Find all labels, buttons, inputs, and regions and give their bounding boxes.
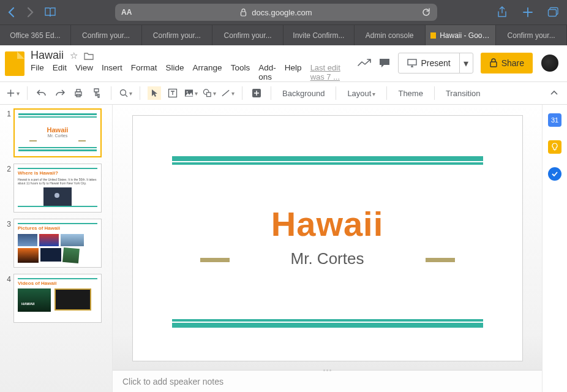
zoom-button[interactable]: ▾ xyxy=(119,86,132,100)
browser-tab[interactable]: Confirm your... xyxy=(212,25,284,45)
paint-format-button[interactable] xyxy=(90,86,103,100)
print-button[interactable] xyxy=(72,86,85,100)
account-avatar[interactable] xyxy=(540,53,560,73)
filmstrip[interactable]: 1 Hawaii Mr. Cortes 2 Where is xyxy=(0,105,113,392)
menu-addons[interactable]: Add-ons xyxy=(258,63,276,81)
address-bar[interactable]: AA docs.google.com xyxy=(115,4,437,21)
side-panel: 31 xyxy=(543,105,567,392)
browser-tab[interactable]: Confirm your... xyxy=(142,25,213,45)
address-host: docs.google.com xyxy=(252,8,312,17)
menu-edit[interactable]: Edit xyxy=(53,63,67,81)
select-tool-button[interactable] xyxy=(148,86,161,100)
line-tool-button[interactable]: ▾ xyxy=(221,86,235,100)
comments-icon[interactable] xyxy=(378,58,391,69)
calendar-icon[interactable]: 31 xyxy=(548,113,561,127)
share-button[interactable]: Share xyxy=(481,53,533,74)
layout-button[interactable]: Layout▾ xyxy=(344,89,379,98)
menu-format[interactable]: Format xyxy=(131,63,157,81)
menu-view[interactable]: View xyxy=(75,63,93,81)
speaker-notes[interactable]: Click to add speaker notes xyxy=(113,370,542,392)
notes-resize-handle[interactable] xyxy=(315,368,340,372)
browser-tab[interactable]: Confirm your... xyxy=(496,25,567,45)
menu-tools[interactable]: Tools xyxy=(231,63,250,81)
browser-tab[interactable]: Admin console xyxy=(355,25,426,45)
star-icon[interactable]: ☆ xyxy=(70,50,78,61)
svg-rect-6 xyxy=(77,89,80,92)
workspace: 1 Hawaii Mr. Cortes 2 Where is xyxy=(0,105,567,392)
slide-number: 1 xyxy=(2,108,11,118)
slide-subtitle-text[interactable]: Mr. Cortes xyxy=(133,249,522,268)
menu-help[interactable]: Help xyxy=(285,63,302,81)
refresh-icon[interactable] xyxy=(421,7,431,17)
favicon-icon xyxy=(430,32,437,39)
toolbar: ▾ ▾ ▾ ▾ ▾ Background Layout▾ Theme Trans… xyxy=(0,81,567,105)
tabs-icon[interactable] xyxy=(547,6,560,18)
collapse-toolbar-button[interactable] xyxy=(547,86,561,100)
new-tab-icon[interactable] xyxy=(522,6,534,18)
comment-tool-button[interactable] xyxy=(250,86,263,100)
present-more-button[interactable]: ▾ xyxy=(459,53,473,73)
new-slide-button[interactable]: ▾ xyxy=(6,86,20,100)
safari-tab-strip: Office 365 Ed... Confirm your... Confirm… xyxy=(0,24,567,45)
textbox-tool-button[interactable] xyxy=(166,86,179,100)
menu-arrange[interactable]: Arrange xyxy=(193,63,222,81)
keep-icon[interactable] xyxy=(548,140,561,154)
activity-icon[interactable] xyxy=(358,58,371,68)
doc-title[interactable]: Hawaii xyxy=(31,49,64,62)
slide-number: 3 xyxy=(2,219,11,228)
slides-logo-icon[interactable] xyxy=(5,51,24,76)
reader-font-icon[interactable]: AA xyxy=(121,8,132,17)
svg-point-11 xyxy=(187,91,188,92)
redo-button[interactable] xyxy=(53,86,67,100)
slide-thumbnail-2[interactable]: Where is Hawaii? Hawaii is a part of the… xyxy=(13,164,102,213)
menu-insert[interactable]: Insert xyxy=(102,63,122,81)
svg-rect-2 xyxy=(549,10,557,17)
lock-icon xyxy=(240,9,247,17)
lock-icon xyxy=(489,58,498,68)
svg-rect-13 xyxy=(207,92,211,97)
present-button[interactable]: Present ▾ xyxy=(398,53,473,74)
undo-button[interactable] xyxy=(35,86,48,100)
present-screen-icon xyxy=(407,59,417,67)
main-slide[interactable]: Hawaii Mr. Cortes xyxy=(133,116,522,361)
google-slides-app: Hawaii ☆ File Edit View Insert Format Sl… xyxy=(0,45,567,392)
forward-button[interactable] xyxy=(26,7,34,18)
slide-thumbnail-4[interactable]: Videos of Hawaii xyxy=(13,274,102,323)
slide-number: 4 xyxy=(2,274,11,284)
doc-titlebar: Hawaii ☆ File Edit View Insert Format Sl… xyxy=(0,45,567,81)
slide-number: 2 xyxy=(2,164,11,173)
back-button[interactable] xyxy=(7,7,16,18)
canvas-area: Hawaii Mr. Cortes Click to add speaker n… xyxy=(113,105,543,392)
slide-thumbnail-1[interactable]: Hawaii Mr. Cortes xyxy=(13,108,102,157)
accent-bar xyxy=(200,258,230,262)
background-button[interactable]: Background xyxy=(279,89,328,98)
shape-tool-button[interactable]: ▾ xyxy=(203,86,216,100)
svg-rect-0 xyxy=(241,12,246,16)
browser-tab[interactable]: Confirm your... xyxy=(71,25,142,45)
browser-tab[interactable]: Office 365 Ed... xyxy=(0,25,71,45)
menu-file[interactable]: File xyxy=(31,63,44,81)
last-edit-link[interactable]: Last edit was 7 ... xyxy=(310,63,346,81)
safari-nav-bar: AA docs.google.com xyxy=(0,0,567,24)
image-tool-button[interactable]: ▾ xyxy=(184,86,198,100)
share-icon[interactable] xyxy=(496,6,508,18)
menu-slide[interactable]: Slide xyxy=(166,63,184,81)
menu-bar: File Edit View Insert Format Slide Arran… xyxy=(31,63,345,81)
move-folder-icon[interactable] xyxy=(84,51,94,60)
browser-tab-active[interactable]: Hawaii - Goog... xyxy=(426,25,497,45)
theme-button[interactable]: Theme xyxy=(394,89,426,98)
reading-list-icon[interactable] xyxy=(44,6,56,18)
browser-tab[interactable]: Invite Confirm... xyxy=(284,25,355,45)
transition-button[interactable]: Transition xyxy=(442,89,484,98)
slide-title-text[interactable]: Hawaii xyxy=(133,204,522,244)
slide-thumbnail-3[interactable]: Pictures of Hawaii xyxy=(13,219,102,268)
tasks-icon[interactable] xyxy=(548,167,561,181)
accent-bar xyxy=(426,258,455,262)
svg-rect-3 xyxy=(408,59,416,65)
header-actions: Present ▾ Share xyxy=(358,53,560,74)
notes-placeholder: Click to add speaker notes xyxy=(122,377,223,386)
svg-point-8 xyxy=(120,90,126,96)
svg-rect-4 xyxy=(490,62,497,67)
